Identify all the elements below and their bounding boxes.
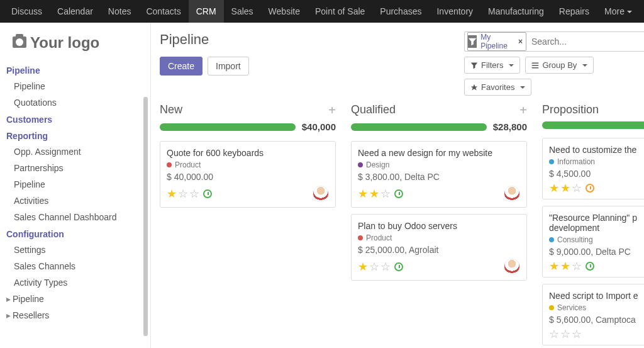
clock-icon[interactable] bbox=[394, 262, 403, 271]
star-icon[interactable]: ☆ bbox=[380, 188, 391, 199]
star-icon[interactable]: ★ bbox=[549, 261, 559, 272]
card-price: $ 3,800.00, Delta PC bbox=[358, 172, 520, 182]
sidebar-item-quotations[interactable]: Quotations bbox=[0, 94, 150, 111]
star-icon[interactable]: ☆ bbox=[572, 182, 582, 194]
avatar[interactable] bbox=[504, 259, 520, 275]
sidebar-item-partnerships[interactable]: Partnerships bbox=[0, 160, 150, 176]
nav-calendar[interactable]: Calendar bbox=[50, 0, 101, 23]
kanban-card[interactable]: Quote for 600 keyboards Product $ 40,000… bbox=[160, 141, 336, 208]
chevron-down-icon bbox=[627, 11, 632, 13]
kanban-column: Proposition Need to customize the Inform… bbox=[542, 103, 644, 348]
card-tag: Design bbox=[366, 160, 389, 169]
star-icon[interactable]: ★ bbox=[358, 261, 368, 272]
nav-more[interactable]: More bbox=[597, 0, 640, 23]
star-icon[interactable]: ★ bbox=[358, 188, 368, 199]
clock-icon[interactable] bbox=[394, 189, 403, 198]
sidebar-item-sales-channel-dashboard[interactable]: Sales Channel Dashboard bbox=[0, 209, 150, 225]
nav-sales[interactable]: Sales bbox=[224, 0, 261, 23]
clock-icon[interactable] bbox=[203, 189, 212, 198]
kanban-card[interactable]: Plan to buy Odoo servers Product $ 25,00… bbox=[351, 214, 527, 281]
star-icon[interactable]: ☆ bbox=[178, 188, 188, 199]
nav-notes[interactable]: Notes bbox=[101, 0, 139, 23]
kanban-card[interactable]: Need a new design for my website Design … bbox=[351, 141, 527, 208]
card-title: Quote for 600 keyboards bbox=[167, 148, 329, 158]
facet-label: My Pipeline bbox=[477, 33, 515, 50]
main-content: Pipeline Create Import My Pipeline × bbox=[151, 23, 644, 348]
star-icon[interactable]: ★ bbox=[560, 261, 570, 272]
search-input[interactable] bbox=[529, 36, 644, 47]
sidebar-header-customers[interactable]: Customers bbox=[0, 111, 150, 127]
clock-icon[interactable] bbox=[586, 262, 594, 271]
tag-dot-icon bbox=[549, 237, 554, 242]
star-icon[interactable]: ☆ bbox=[572, 328, 582, 340]
add-card-button[interactable]: + bbox=[328, 104, 336, 116]
sidebar-item-exp-resellers[interactable]: Resellers bbox=[0, 307, 150, 323]
import-button[interactable]: Import bbox=[208, 57, 249, 76]
sidebar-header-reporting[interactable]: Reporting bbox=[0, 127, 150, 143]
nav-manufacturing[interactable]: Manufacturing bbox=[480, 0, 552, 23]
funnel-icon bbox=[468, 35, 477, 48]
star-icon[interactable]: ☆ bbox=[189, 188, 199, 199]
star-icon[interactable]: ☆ bbox=[572, 261, 582, 272]
star-icon[interactable]: ☆ bbox=[549, 328, 559, 340]
star-icon[interactable]: ★ bbox=[560, 182, 570, 194]
kanban-card[interactable]: "Resource Planning" pdevelopment Consult… bbox=[542, 206, 644, 278]
sidebar-header-pipeline[interactable]: Pipeline bbox=[0, 62, 150, 78]
sidebar-item-sales-channels[interactable]: Sales Channels bbox=[0, 258, 150, 274]
groupby-button[interactable]: Group By bbox=[525, 57, 594, 74]
search-facet: My Pipeline × bbox=[467, 32, 526, 51]
sidebar-header-configuration[interactable]: Configuration bbox=[0, 225, 150, 242]
avatar[interactable] bbox=[313, 186, 329, 202]
sidebar-scrollbar[interactable] bbox=[143, 59, 148, 344]
star-icon[interactable]: ★ bbox=[369, 188, 379, 199]
card-price: $ 5,600.00, Camptoca bbox=[549, 315, 644, 325]
nav-website[interactable]: Website bbox=[261, 0, 308, 23]
card-title: Need script to Import e bbox=[549, 291, 644, 301]
funnel-icon bbox=[470, 62, 478, 69]
list-icon bbox=[531, 62, 539, 69]
add-card-button[interactable]: + bbox=[519, 104, 527, 116]
column-total: $28,800 bbox=[493, 121, 527, 132]
kanban-card[interactable]: Need script to Import e Services $ 5,600… bbox=[542, 284, 644, 345]
sidebar-item-report-pipeline[interactable]: Pipeline bbox=[0, 176, 150, 193]
star-icon[interactable]: ★ bbox=[167, 188, 177, 199]
facet-remove[interactable]: × bbox=[515, 37, 526, 46]
sidebar-item-settings[interactable]: Settings bbox=[0, 242, 150, 258]
star-icon[interactable]: ★ bbox=[549, 182, 559, 194]
card-title: Plan to buy Odoo servers bbox=[358, 221, 520, 231]
nav-pos[interactable]: Point of Sale bbox=[308, 0, 372, 23]
card-price: $ 4,500.00 bbox=[549, 169, 644, 179]
nav-contacts[interactable]: Contacts bbox=[138, 0, 188, 23]
progress-bar bbox=[542, 121, 644, 129]
nav-repairs[interactable]: Repairs bbox=[552, 0, 597, 23]
filters-label: Filters bbox=[481, 60, 503, 70]
star-icon[interactable]: ☆ bbox=[560, 328, 570, 340]
groupby-label: Group By bbox=[542, 60, 577, 70]
svg-rect-0 bbox=[532, 62, 539, 64]
priority-stars: ★★☆ bbox=[358, 188, 403, 199]
nav-inventory[interactable]: Inventory bbox=[429, 0, 480, 23]
tag-dot-icon bbox=[167, 162, 172, 167]
sidebar-item-opp-assignment[interactable]: Opp. Assignment bbox=[0, 143, 150, 160]
card-price: $ 40,000.00 bbox=[167, 172, 329, 182]
nav-purchases[interactable]: Purchases bbox=[372, 0, 429, 23]
kanban-card[interactable]: Need to customize the Information $ 4,50… bbox=[542, 138, 644, 199]
clock-icon[interactable] bbox=[586, 184, 594, 193]
tag-dot-icon bbox=[549, 159, 554, 164]
sidebar-item-activities[interactable]: Activities bbox=[0, 193, 150, 209]
sidebar-item-exp-pipeline[interactable]: Pipeline bbox=[0, 291, 150, 307]
star-icon[interactable]: ☆ bbox=[380, 261, 391, 272]
create-button[interactable]: Create bbox=[160, 57, 203, 76]
nav-discuss[interactable]: Discuss bbox=[4, 0, 50, 23]
sidebar-item-activity-types[interactable]: Activity Types bbox=[0, 274, 150, 291]
priority-stars: ☆☆☆ bbox=[549, 328, 582, 340]
star-icon[interactable]: ☆ bbox=[369, 261, 379, 272]
search-box[interactable]: My Pipeline × bbox=[464, 31, 644, 52]
filters-button[interactable]: Filters bbox=[464, 57, 520, 74]
nav-crm[interactable]: CRM bbox=[189, 0, 224, 23]
card-tag: Information bbox=[557, 157, 595, 166]
avatar[interactable] bbox=[504, 186, 520, 202]
favorites-button[interactable]: Favorites bbox=[464, 79, 531, 96]
sidebar-item-pipeline[interactable]: Pipeline bbox=[0, 78, 150, 94]
camera-icon bbox=[13, 36, 26, 48]
